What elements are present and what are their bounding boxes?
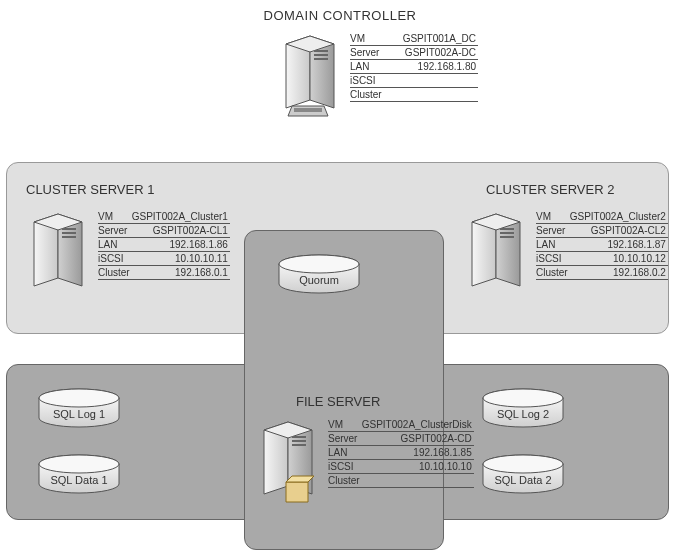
svg-rect-5 xyxy=(62,232,76,234)
disk-sqllog2: SQL Log 2 xyxy=(480,388,566,428)
svg-rect-2 xyxy=(314,58,328,60)
cs2-props: VMGSPIT002A_Cluster2 ServerGSPIT002A-CL2… xyxy=(536,210,668,280)
svg-rect-12 xyxy=(292,444,306,446)
svg-point-16 xyxy=(39,389,119,407)
lbl-cluster: Cluster xyxy=(350,88,386,102)
dc-iscsi xyxy=(386,74,478,88)
dc-vm: GSPIT001A_DC xyxy=(386,32,478,46)
cs1-block: VMGSPIT002A_Cluster1 ServerGSPIT002A-CL1… xyxy=(28,210,230,300)
lbl-lan: LAN xyxy=(350,60,386,74)
lbl-server: Server xyxy=(350,46,386,60)
svg-rect-3 xyxy=(294,108,322,112)
cs1-props: VMGSPIT002A_Cluster1 ServerGSPIT002A-CL1… xyxy=(98,210,230,280)
svg-rect-8 xyxy=(500,232,514,234)
dc-lan: 192.168.1.80 xyxy=(386,60,478,74)
lbl-iscsi: iSCSI xyxy=(350,74,386,88)
cs2-vm: GSPIT002A_Cluster2 xyxy=(570,210,668,224)
fs-server: GSPIT002A-CD xyxy=(362,432,474,446)
dc-block: VMGSPIT001A_DC ServerGSPIT002A-DC LAN192… xyxy=(280,32,478,122)
cs1-lan: 192.168.1.86 xyxy=(132,238,230,252)
fs-cluster xyxy=(362,474,474,488)
cs1-title: CLUSTER SERVER 1 xyxy=(26,182,154,197)
cs2-tower-icon xyxy=(466,210,530,300)
cs1-vm: GSPIT002A_Cluster1 xyxy=(132,210,230,224)
disk-quorum: Quorum xyxy=(276,254,362,294)
fs-tower-icon xyxy=(258,418,322,508)
disk-sqllog1: SQL Log 1 xyxy=(36,388,122,428)
dc-server: GSPIT002A-DC xyxy=(386,46,478,60)
fs-props: VMGSPIT002A_ClusterDisk ServerGSPIT002A-… xyxy=(328,418,474,488)
disk-sqldata2: SQL Data 2 xyxy=(480,454,566,494)
cs2-cluster: 192.168.0.2 xyxy=(570,266,668,280)
cs1-cluster: 192.168.0.1 xyxy=(132,266,230,280)
svg-rect-11 xyxy=(292,440,306,442)
disk-sqldata1: SQL Data 1 xyxy=(36,454,122,494)
svg-point-22 xyxy=(483,455,563,473)
cs2-block: VMGSPIT002A_Cluster2 ServerGSPIT002A-CL2… xyxy=(466,210,668,300)
dc-tower-icon xyxy=(280,32,344,122)
dc-title: DOMAIN CONTROLLER xyxy=(240,8,440,23)
svg-rect-0 xyxy=(314,50,328,52)
svg-rect-7 xyxy=(500,228,514,230)
disk-sqllog2-label: SQL Log 2 xyxy=(480,408,566,420)
svg-rect-6 xyxy=(62,236,76,238)
cs2-lan: 192.168.1.87 xyxy=(570,238,668,252)
fs-vm: GSPIT002A_ClusterDisk xyxy=(362,418,474,432)
svg-rect-10 xyxy=(292,436,306,438)
disk-sqldata2-label: SQL Data 2 xyxy=(480,474,566,486)
disk-quorum-label: Quorum xyxy=(276,274,362,286)
fs-block: VMGSPIT002A_ClusterDisk ServerGSPIT002A-… xyxy=(258,418,474,508)
fs-lan: 192.168.1.85 xyxy=(362,446,474,460)
disk-sqllog1-label: SQL Log 1 xyxy=(36,408,122,420)
svg-rect-4 xyxy=(62,228,76,230)
cs1-tower-icon xyxy=(28,210,92,300)
svg-rect-9 xyxy=(500,236,514,238)
fs-iscsi: 10.10.10.10 xyxy=(362,460,474,474)
cs2-title: CLUSTER SERVER 2 xyxy=(486,182,614,197)
disk-sqldata1-label: SQL Data 1 xyxy=(36,474,122,486)
svg-point-18 xyxy=(39,455,119,473)
svg-point-20 xyxy=(483,389,563,407)
cs1-server: GSPIT002A-CL1 xyxy=(132,224,230,238)
cs2-iscsi: 10.10.10.12 xyxy=(570,252,668,266)
cs1-iscsi: 10.10.10.11 xyxy=(132,252,230,266)
lbl-vm: VM xyxy=(350,32,386,46)
dc-cluster xyxy=(386,88,478,102)
svg-rect-1 xyxy=(314,54,328,56)
fs-title: FILE SERVER xyxy=(296,394,380,409)
svg-point-14 xyxy=(279,255,359,273)
dc-props: VMGSPIT001A_DC ServerGSPIT002A-DC LAN192… xyxy=(350,32,478,102)
cs2-server: GSPIT002A-CL2 xyxy=(570,224,668,238)
